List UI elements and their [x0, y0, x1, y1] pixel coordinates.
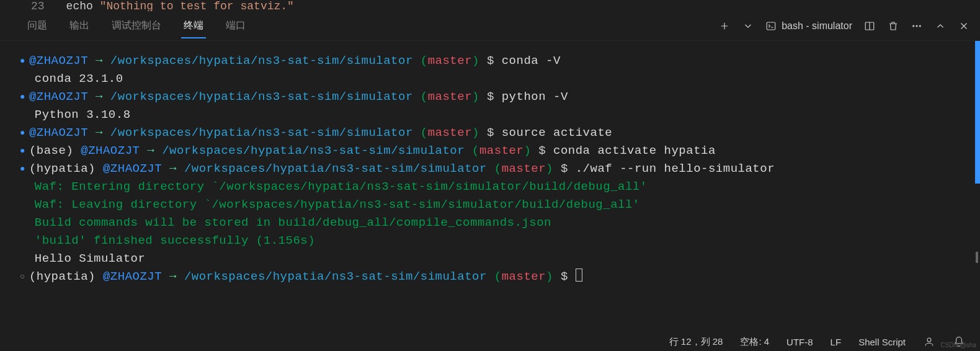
tab-debug-console[interactable]: 调试控制台 — [109, 13, 164, 38]
chevron-down-icon[interactable] — [742, 20, 754, 32]
bell-icon[interactable] — [953, 335, 965, 348]
editor-line: 23echo "Nothing to test for satviz." — [0, 0, 980, 11]
tab-problems[interactable]: 问题 — [25, 13, 50, 38]
new-terminal-button[interactable] — [718, 20, 731, 32]
tab-terminal[interactable]: 终端 — [181, 13, 206, 38]
tab-ports[interactable]: 端口 — [223, 13, 248, 38]
output-line: 'build' finished successfully (1.156s) — [20, 232, 980, 250]
status-encoding[interactable]: UTF-8 — [786, 337, 813, 347]
terminal-scrollbar[interactable] — [975, 41, 980, 184]
close-icon[interactable] — [958, 20, 970, 32]
output-line: conda 23.1.0 — [20, 70, 980, 88]
status-eol[interactable]: LF — [831, 337, 842, 347]
output-line: Build commands will be stored in build/d… — [20, 214, 980, 232]
split-terminal-button[interactable] — [863, 20, 876, 32]
editor-keyword: echo — [66, 0, 93, 11]
more-icon[interactable] — [911, 20, 923, 32]
trash-icon[interactable] — [887, 20, 899, 32]
status-indent[interactable]: 空格: 4 — [740, 336, 769, 348]
prompt-line: ●(base) @ZHAOZJT → /workspaces/hypatia/n… — [20, 142, 980, 160]
svg-point-5 — [927, 338, 931, 342]
prompt-line: ●@ZHAOZJT → /workspaces/hypatia/ns3-sat-… — [20, 52, 980, 70]
svg-point-2 — [913, 25, 914, 26]
terminal-shell-selector[interactable]: bash - simulator — [765, 20, 852, 32]
status-bar: 行 12，列 28 空格: 4 UTF-8 LF Shell Script — [0, 332, 980, 351]
prompt-line-current: ○(hypatia) @ZHAOZJT → /workspaces/hypati… — [20, 268, 980, 286]
output-line: Waf: Leaving directory `/workspaces/hypa… — [20, 196, 980, 214]
panel-tab-bar: 问题 输出 调试控制台 终端 端口 bash - simulator — [0, 11, 980, 41]
svg-rect-0 — [767, 22, 775, 30]
tab-output[interactable]: 输出 — [67, 13, 92, 38]
overview-ruler-mark — [976, 252, 978, 263]
panel-tabs: 问题 输出 调试控制台 终端 端口 — [25, 13, 248, 38]
panel-actions: bash - simulator — [718, 20, 970, 32]
output-line: Hello Simulator — [20, 250, 980, 268]
editor-string: "Nothing to test for satviz." — [100, 0, 294, 11]
prompt-line: ●@ZHAOZJT → /workspaces/hypatia/ns3-sat-… — [20, 88, 980, 106]
svg-point-3 — [916, 25, 917, 26]
output-line: Waf: Entering directory `/workspaces/hyp… — [20, 178, 980, 196]
line-number: 23 — [31, 0, 45, 11]
output-line: Python 3.10.8 — [20, 106, 980, 124]
feedback-icon[interactable] — [923, 335, 935, 348]
status-language[interactable]: Shell Script — [858, 337, 906, 347]
chevron-up-icon[interactable] — [934, 20, 947, 32]
svg-point-4 — [919, 25, 920, 26]
terminal-body[interactable]: ●@ZHAOZJT → /workspaces/hypatia/ns3-sat-… — [0, 41, 980, 313]
prompt-line: ●@ZHAOZJT → /workspaces/hypatia/ns3-sat-… — [20, 124, 980, 142]
terminal-cursor — [576, 269, 582, 282]
prompt-line: ●(hypatia) @ZHAOZJT → /workspaces/hypati… — [20, 160, 980, 178]
shell-label-text: bash - simulator — [782, 20, 852, 32]
status-position[interactable]: 行 12，列 28 — [669, 336, 723, 348]
